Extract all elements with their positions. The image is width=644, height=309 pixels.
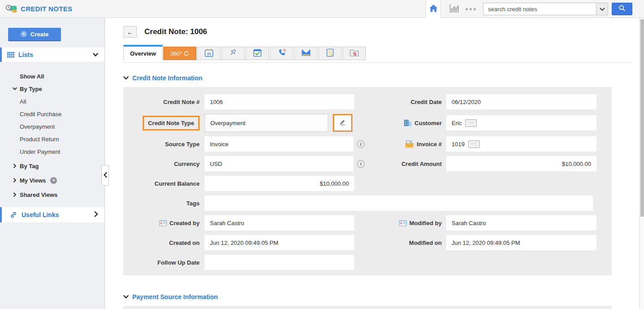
folder-paperclip-icon <box>350 49 359 58</box>
search-scope-dropdown[interactable] <box>596 3 608 15</box>
link-icon <box>10 211 17 218</box>
created-by-field[interactable]: Sarah Castro <box>205 215 354 231</box>
sidebar-item-overpayment[interactable]: Overpayment <box>0 120 104 133</box>
modified-on-field[interactable]: Jun 12, 2020 09:49:05 PM <box>446 235 596 250</box>
chevron-left-icon <box>104 171 107 179</box>
credit-amount-field[interactable]: $10,000.00 <box>446 156 596 171</box>
search-input[interactable] <box>483 3 596 15</box>
field-label: Modified on <box>365 239 442 246</box>
info-icon[interactable]: i <box>357 140 365 148</box>
credit-note-number-field[interactable]: 1006 <box>205 94 354 109</box>
sidebar-item-shared-views[interactable]: Shared Views <box>0 188 104 201</box>
field-label: Credit Amount <box>365 161 442 167</box>
tab-pin[interactable] <box>222 47 245 60</box>
search-icon <box>618 4 626 13</box>
home-button[interactable] <box>426 0 441 18</box>
id-card-icon <box>159 220 167 226</box>
field-label: Created by <box>123 220 200 226</box>
sidebar-item-by-tag[interactable]: By Tag <box>0 160 104 172</box>
field-label-highlighted: Credit Note Type <box>123 116 200 131</box>
field-label: Current Balance <box>123 180 200 187</box>
tab-attachments[interactable] <box>343 47 366 60</box>
tags-field[interactable] <box>205 196 593 211</box>
scrollbar-thumb[interactable] <box>640 19 644 217</box>
credit-notes-app-icon <box>6 4 17 13</box>
record-title: Credit Note: 1006 <box>144 27 207 36</box>
pencil-icon <box>339 118 346 127</box>
edit-credit-note-type-button[interactable] <box>333 114 352 132</box>
sidebar-item-by-type[interactable]: By Type <box>0 83 104 95</box>
invoice-lookup-button[interactable] <box>468 140 480 148</box>
tab-notes[interactable] <box>318 47 342 60</box>
tab-tasks[interactable] <box>246 47 269 60</box>
created-on-field[interactable]: Jun 12, 2020 09:49:05 PM <box>205 235 354 250</box>
field-label: Created on <box>123 239 200 246</box>
sidebar-collapse-handle[interactable] <box>101 165 109 186</box>
sidebar: + Create Lists Show All <box>0 18 105 309</box>
field-label: Source Type <box>123 141 200 148</box>
tab-strip-divider <box>123 60 630 63</box>
chevron-right-icon <box>13 164 17 168</box>
payment-source-panel <box>123 306 612 309</box>
add-view-button[interactable]: + <box>50 177 57 184</box>
sidebar-item-my-views[interactable]: My Views + <box>0 174 104 187</box>
sidebar-item-product-return[interactable]: Product Return <box>0 133 104 145</box>
tab-calls[interactable] <box>270 47 293 60</box>
chevron-down-icon <box>93 51 98 58</box>
section-payment-source-information[interactable]: Payment Source Information <box>123 293 644 300</box>
home-icon <box>429 4 438 14</box>
current-balance-field[interactable]: $10,000.00 <box>205 176 354 191</box>
tab-emails[interactable] <box>294 47 318 60</box>
credit-date-field[interactable]: 06/12/2020 <box>446 94 596 109</box>
chevron-right-icon <box>94 211 98 218</box>
vertical-scrollbar[interactable] <box>640 18 644 309</box>
section-credit-note-information[interactable]: Credit Note Information <box>123 74 644 82</box>
invoice-icon: $ <box>405 140 414 148</box>
id-card-icon <box>399 220 407 226</box>
sidebar-item-useful-links[interactable]: Useful Links <box>0 207 104 222</box>
follow-up-date-field[interactable] <box>205 255 354 270</box>
plus-icon: + <box>21 31 27 37</box>
notes-icon <box>326 48 334 58</box>
info-icon[interactable]: i <box>357 160 365 168</box>
credit-note-type-field[interactable]: Overpayment <box>205 114 328 132</box>
field-label: Currency <box>123 161 200 167</box>
tab-calendar[interactable]: 31 <box>197 47 221 60</box>
task-calendar-icon <box>253 48 262 59</box>
calendar-icon: 31 <box>205 48 213 59</box>
pushpin-icon <box>229 49 237 58</box>
chevron-down-icon <box>13 87 17 91</box>
chevron-right-icon <box>13 192 17 197</box>
tab-360-view[interactable]: 360° <box>163 47 196 60</box>
customer-field[interactable]: Eric <box>446 115 596 131</box>
field-label: Customer <box>365 119 442 126</box>
more-options-button[interactable] <box>466 8 476 10</box>
field-label: Modified by <box>365 220 442 226</box>
chevron-down-icon <box>123 295 129 299</box>
sidebar-item-all[interactable]: All <box>0 95 104 108</box>
source-type-field[interactable]: Invoice <box>205 136 353 152</box>
invoice-number-field[interactable]: 1019 <box>446 136 596 152</box>
reports-button[interactable] <box>449 4 459 15</box>
field-label: Credit Note # <box>123 99 200 105</box>
field-label: $ Invoice # <box>365 140 442 148</box>
envelope-icon <box>301 49 311 58</box>
sidebar-item-credit-purchase[interactable]: Credit Purchase <box>0 108 104 120</box>
chevron-down-icon <box>600 5 605 13</box>
modified-by-field[interactable]: Sarah Castro <box>446 215 596 231</box>
search-button[interactable] <box>612 3 632 15</box>
tab-overview[interactable]: Overview <box>123 45 163 60</box>
sidebar-item-show-all[interactable]: Show All <box>0 70 104 83</box>
back-button[interactable]: ← <box>123 26 137 38</box>
customer-lookup-button[interactable] <box>465 119 477 127</box>
grid-icon <box>7 52 14 58</box>
currency-field[interactable]: USD <box>205 156 353 171</box>
create-button[interactable]: + Create <box>8 28 61 41</box>
main-content: ← Credit Note: 1006 Overview 360° <box>105 18 644 309</box>
sidebar-item-under-payment[interactable]: Under Payment <box>0 145 104 158</box>
bar-chart-icon <box>449 4 459 15</box>
field-label: Tags <box>123 200 200 207</box>
sidebar-item-lists[interactable]: Lists <box>0 48 104 62</box>
top-bar: CREDIT NOTES <box>0 0 644 18</box>
sidebar-nav: Show All By Type All Credit Purchase Ove… <box>0 62 104 201</box>
